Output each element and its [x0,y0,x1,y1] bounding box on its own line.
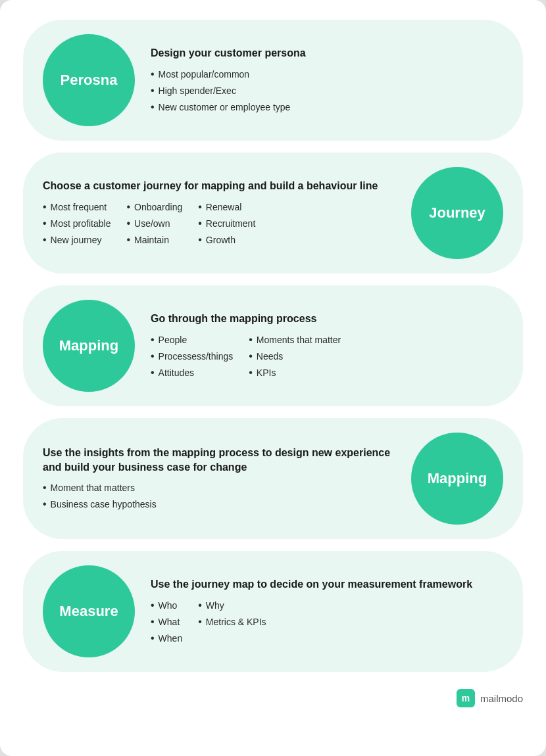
bullets-mapping1: PeopleProcessess/thingsAttitudesMoments … [151,333,503,380]
circle-mapping1: Mapping [43,300,135,392]
bullet-item: Growth [198,233,255,247]
card-mapping1: MappingGo through the mapping processPeo… [23,285,523,406]
bullet-item: Processess/things [151,350,233,364]
bullet-item: Renewal [198,201,255,214]
bullet-item: Most frequent [43,201,111,214]
bullet-item: When [151,632,182,646]
bullet-col-measure-0: WhoWhatWhen [151,599,182,646]
bullet-item: Most profitable [43,217,111,231]
bullet-item: Most popular/common [151,68,290,82]
bullet-item: Moments that matter [249,333,341,347]
bullet-item: People [151,333,233,347]
bullet-item: Why [198,599,266,613]
content-journey: Choose a customer journey for mapping an… [43,179,395,247]
bullets-measure: WhoWhatWhenWhyMetrics & KPIs [151,599,503,646]
brand-logo: m mailmodo [457,689,523,707]
bullet-item: Attitudes [151,366,233,380]
bullet-item: New customer or employee type [151,101,290,114]
bullet-col-mapping2-0: Moment that mattersBusiness case hypothe… [43,481,157,511]
bullets-persona: Most popular/commonHigh spender/ExecNew … [151,68,503,114]
content-mapping1: Go through the mapping processPeopleProc… [151,312,503,379]
bullet-item: Needs [249,350,341,364]
circle-journey: Journey [411,167,503,259]
bullets-journey: Most frequentMost profitableNew journeyO… [43,201,395,247]
footer: m mailmodo [23,684,523,707]
title-persona: Design your customer persona [151,46,503,60]
page: PerosnaDesign your customer personaMost … [0,0,546,756]
bullet-col-mapping1-0: PeopleProcessess/thingsAttitudes [151,333,233,380]
circle-measure: Measure [43,565,135,657]
content-persona: Design your customer personaMost popular… [151,46,503,114]
circle-mapping2: Mapping [411,433,503,525]
bullet-col-journey-1: OnboardingUse/ownMaintain [126,201,182,247]
bullet-item: What [151,615,182,629]
bullet-item: High spender/Exec [151,84,290,98]
bullet-item: New journey [43,233,111,247]
bullet-col-measure-1: WhyMetrics & KPIs [198,599,266,646]
bullet-item: Moment that matters [43,481,157,495]
bullet-item: Use/own [126,217,182,231]
bullet-item: Recruitment [198,217,255,231]
bullet-col-mapping1-1: Moments that matterNeedsKPIs [249,333,341,380]
content-measure: Use the journey map to decide on your me… [151,577,503,645]
bullet-item: Who [151,599,182,613]
bullets-mapping2: Moment that mattersBusiness case hypothe… [43,481,395,511]
title-mapping2: Use the insights from the mapping proces… [43,446,395,475]
bullet-item: Business case hypothesis [43,498,157,511]
bullet-col-journey-0: Most frequentMost profitableNew journey [43,201,111,247]
bullet-col-persona-0: Most popular/commonHigh spender/ExecNew … [151,68,290,114]
bullet-col-journey-2: RenewalRecruitmentGrowth [198,201,255,247]
bullet-item: Onboarding [126,201,182,214]
bullet-item: KPIs [249,366,341,380]
card-mapping2: Use the insights from the mapping proces… [23,418,523,539]
logo-icon: m [457,689,475,707]
title-mapping1: Go through the mapping process [151,312,503,326]
bullet-item: Maintain [126,233,182,247]
card-persona: PerosnaDesign your customer personaMost … [23,20,523,141]
title-measure: Use the journey map to decide on your me… [151,577,503,592]
logo-text: mailmodo [480,693,523,704]
card-measure: MeasureUse the journey map to decide on … [23,551,523,672]
card-journey: Choose a customer journey for mapping an… [23,153,523,273]
bullet-item: Metrics & KPIs [198,615,266,629]
content-mapping2: Use the insights from the mapping proces… [43,446,395,512]
title-journey: Choose a customer journey for mapping an… [43,179,395,193]
circle-persona: Perosna [43,34,135,126]
